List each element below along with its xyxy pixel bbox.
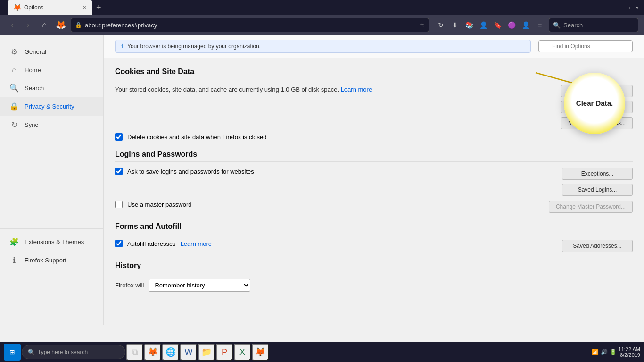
sidebar-item-general[interactable]: ⚙ General: [0, 42, 103, 61]
taskbar-search[interactable]: 🔍 Type here to search: [22, 345, 125, 359]
taskbar-edge[interactable]: 🌐: [162, 344, 179, 361]
search-icon: 🔍: [9, 84, 19, 93]
manage-permissions-button[interactable]: Manage Permissions...: [561, 117, 633, 129]
sidebar-item-label: Home: [25, 67, 41, 74]
sidebar-item-label: Extensions & Themes: [25, 238, 84, 245]
home-button[interactable]: ⌂: [38, 18, 51, 32]
firefox-logo-icon: 🦊: [56, 20, 66, 30]
content-area: ℹ Your browser is being managed by your …: [104, 35, 644, 325]
change-master-password-button[interactable]: Change Master Password...: [549, 201, 633, 213]
delete-cookies-row: Delete cookies and site data when Firefo…: [115, 133, 633, 141]
library-icon[interactable]: 📚: [463, 19, 475, 31]
close-button[interactable]: ✕: [634, 4, 640, 11]
taskbar-firefox[interactable]: 🦊: [144, 344, 161, 361]
menu-button[interactable]: ≡: [534, 19, 546, 31]
taskbar-system-icons: 📶 🔊 🔋 11:22 AM 8/2/2019: [592, 346, 640, 358]
sidebar-item-label: Sync: [25, 121, 38, 128]
sidebar-item-home[interactable]: ⌂ Home: [0, 61, 103, 79]
lock-icon: 🔒: [9, 102, 19, 111]
saved-logins-button[interactable]: Saved Logins...: [562, 184, 633, 196]
forms-section-title: Forms and Autofill: [115, 222, 633, 234]
container-icon[interactable]: 🟣: [505, 19, 518, 31]
cookies-desc-row: Your stored cookies, site data, and cach…: [115, 85, 633, 129]
sidebar: ⚙ General ⌂ Home 🔍 Search 🔒 Privacy & Se…: [0, 35, 104, 325]
cookies-learn-more-link[interactable]: Learn more: [341, 86, 372, 93]
user-avatar-icon[interactable]: 👤: [520, 19, 532, 31]
browser-search-bar[interactable]: 🔍 Search: [549, 18, 638, 32]
sidebar-item-privacy[interactable]: 🔒 Privacy & Security: [0, 97, 103, 116]
browser-tab[interactable]: 🦊 Options ✕: [8, 0, 92, 15]
sidebar-item-extensions[interactable]: 🧩 Extensions & Themes: [0, 233, 103, 251]
manage-data-button[interactable]: Manage Data...: [561, 101, 633, 113]
sidebar-item-support[interactable]: ℹ Firefox Support: [0, 251, 103, 269]
forms-section: Forms and Autofill Autofill addresses Le…: [115, 222, 633, 252]
sidebar-item-label: Privacy & Security: [25, 103, 74, 110]
managed-notice-text: Your browser is being managed by your or…: [127, 43, 261, 50]
downloads-icon[interactable]: ⬇: [449, 19, 461, 31]
taskbar-search-text: Type here to search: [38, 349, 88, 355]
new-tab-button[interactable]: +: [92, 1, 105, 15]
cookies-section: Cookies and Site Data Your stored cookie…: [115, 67, 633, 141]
managed-notice: ℹ Your browser is being managed by your …: [115, 40, 531, 53]
taskbar-taskview[interactable]: ⧉: [126, 344, 143, 361]
bookmark-icon[interactable]: ☆: [420, 22, 425, 28]
navigation-bar: ‹ › ⌂ 🦊 🔒 about:preferences#privacy ☆ ↻ …: [0, 15, 644, 35]
info-icon: ℹ: [121, 43, 124, 50]
find-input[interactable]: [538, 40, 633, 52]
refresh-button[interactable]: ↻: [435, 19, 447, 31]
cookies-section-title: Cookies and Site Data: [115, 67, 633, 79]
taskbar-excel[interactable]: X: [234, 344, 251, 361]
ask-logins-checkbox[interactable]: [115, 168, 123, 175]
lock-icon: 🔒: [75, 22, 82, 28]
ask-save-logins-row: Ask to save logins and passwords for web…: [115, 168, 562, 175]
title-bar: 🦊 Options ✕ + ─ □ ✕: [0, 0, 644, 15]
clock-time: 11:22 AM: [619, 346, 640, 352]
url-bar[interactable]: 🔒 about:preferences#privacy ☆: [71, 18, 429, 32]
sidebar-item-label: General: [25, 48, 46, 55]
saved-addresses-button[interactable]: Saved Addresses...: [562, 240, 633, 252]
sync-icon: ↻: [9, 120, 19, 129]
sidebar-item-sync[interactable]: ↻ Sync: [0, 116, 103, 134]
home-icon: ⌂: [9, 66, 19, 74]
logins-section: Logins and Passwords Ask to save logins …: [115, 150, 633, 213]
back-button[interactable]: ‹: [6, 18, 19, 32]
clear-data-button[interactable]: Clear Data...: [561, 85, 633, 97]
start-button[interactable]: ⊞: [4, 344, 21, 361]
forward-button[interactable]: ›: [22, 18, 35, 32]
history-section: History Firefox will Remember history Ne…: [115, 261, 633, 292]
taskbar-powerpoint[interactable]: P: [216, 344, 233, 361]
delete-cookies-checkbox[interactable]: [115, 133, 123, 141]
master-password-label: Use a master password: [127, 201, 192, 208]
exceptions-button[interactable]: Exceptions...: [562, 168, 633, 180]
find-bar: ℹ Your browser is being managed by your …: [104, 35, 644, 58]
change-master-btn-area: Change Master Password...: [549, 201, 633, 213]
sync-icon[interactable]: 👤: [477, 19, 489, 31]
find-input-wrapper: 🔍: [538, 40, 633, 52]
minimize-button[interactable]: ─: [617, 4, 623, 11]
delete-cookies-label: Delete cookies and site data when Firefo…: [127, 134, 267, 141]
autofill-learn-more-link[interactable]: Learn more: [181, 240, 212, 247]
firefox-will-label: Firefox will: [115, 282, 144, 289]
history-section-title: History: [115, 261, 633, 273]
history-row: Firefox will Remember history Never reme…: [115, 279, 633, 292]
taskbar-explorer[interactable]: 📁: [198, 344, 215, 361]
master-password-checkbox[interactable]: [115, 201, 123, 208]
search-placeholder: Search: [563, 22, 583, 29]
history-select[interactable]: Remember history Never remember history …: [149, 279, 250, 292]
logins-section-title: Logins and Passwords: [115, 150, 633, 162]
taskbar-search-icon: 🔍: [28, 349, 35, 355]
sidebar-item-search[interactable]: 🔍 Search: [0, 79, 103, 97]
settings-content: Cookies and Site Data Your stored cookie…: [104, 67, 644, 312]
network-icon: 📶: [592, 349, 599, 355]
nav-action-icons: ↻ ⬇ 📚 👤 🔖 🟣 👤 ≡: [435, 19, 546, 31]
pocket-icon[interactable]: 🔖: [491, 19, 504, 31]
autofill-checkbox-row: Autofill addresses Learn more: [115, 240, 562, 247]
taskbar-word[interactable]: W: [180, 344, 197, 361]
logins-ask-row: Ask to save logins and passwords for web…: [115, 168, 633, 196]
taskbar-app7[interactable]: 🦊: [252, 344, 269, 361]
tab-close-button[interactable]: ✕: [83, 5, 87, 11]
autofill-checkbox[interactable]: [115, 240, 123, 247]
maximize-button[interactable]: □: [625, 4, 632, 11]
window-controls: ─ □ ✕: [617, 4, 640, 11]
autofill-label: Autofill addresses: [127, 240, 176, 247]
